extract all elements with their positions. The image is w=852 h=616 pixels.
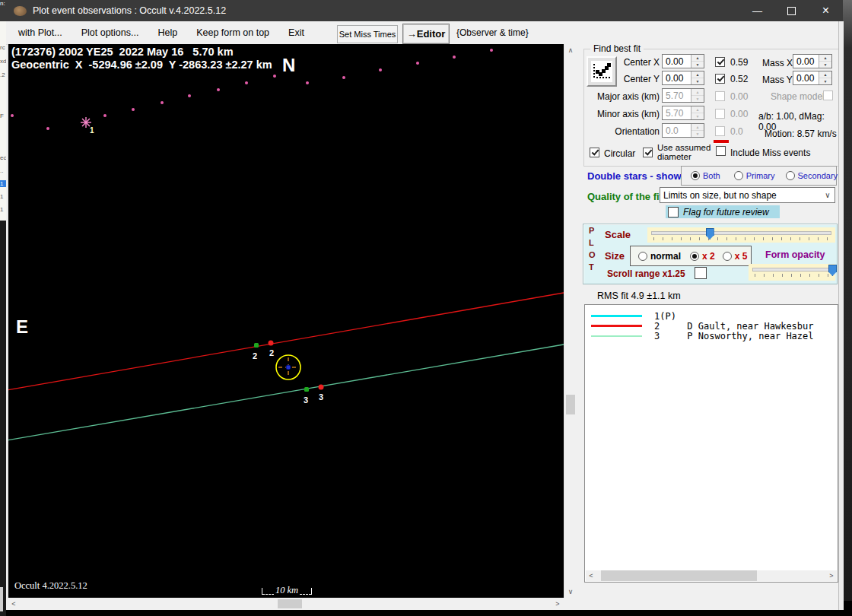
close-button[interactable]: × bbox=[809, 0, 843, 21]
star-dot bbox=[103, 114, 106, 117]
quality-of-fit-dropdown[interactable]: Limits on size, but no shape ∨ bbox=[660, 187, 835, 203]
form-opacity-label: Form opacity bbox=[765, 249, 825, 260]
use-assumed-diameter-checkbox[interactable] bbox=[643, 148, 653, 157]
fit-major-value: 0.00 bbox=[730, 91, 748, 102]
menubar: with Plot... Plot options... Help Keep f… bbox=[6, 21, 843, 45]
form-opacity-slider-thumb[interactable] bbox=[828, 265, 837, 276]
scroll-up-icon[interactable]: ∧ bbox=[564, 44, 577, 56]
spin-down-icon[interactable]: ▼ bbox=[819, 62, 831, 68]
spin-up-icon[interactable]: ▲ bbox=[691, 55, 704, 62]
double-stars-radio-group: Both Primary Secondary bbox=[681, 166, 837, 186]
scroll-left-icon[interactable]: < bbox=[586, 570, 596, 581]
radio-primary[interactable]: Primary bbox=[734, 171, 775, 180]
observer-row[interactable]: 3 P Nosworthy, near Hazel bbox=[591, 331, 838, 341]
menu-exit[interactable]: Exit bbox=[285, 27, 307, 38]
observer-row[interactable]: 1(P) bbox=[591, 311, 838, 321]
size-x2-label: x 2 bbox=[702, 251, 715, 262]
observers-list[interactable]: 1(P) 2 D Gault, near Hawkesbur 3 P Noswo… bbox=[584, 304, 838, 583]
vertical-scroll-thumb[interactable] bbox=[566, 395, 575, 414]
center-y-field[interactable]: 0.00 ▲▼ bbox=[662, 71, 704, 85]
flag-review-checkbox[interactable] bbox=[668, 207, 679, 218]
bg-fragment: ec bbox=[0, 154, 6, 161]
center-x-label: Center X bbox=[576, 57, 660, 68]
plot-canvas[interactable]: 12233 (172376) 2002 YE25 2022 May 16 5.7… bbox=[8, 44, 564, 598]
background-list-sliver: rc xd .2 F ec .. 1 1 1 bbox=[0, 21, 6, 221]
app-icon bbox=[14, 6, 27, 16]
radio-icon[interactable] bbox=[690, 252, 699, 261]
menu-with-plot[interactable]: with Plot... bbox=[15, 27, 65, 38]
plot-horizontal-scrollbar[interactable]: < > bbox=[8, 598, 564, 610]
include-miss-events-checkbox[interactable] bbox=[716, 146, 726, 156]
scroll-right-icon[interactable]: > bbox=[552, 598, 564, 610]
radio-icon[interactable] bbox=[723, 252, 732, 261]
radio-size-x5[interactable]: x 5 bbox=[723, 251, 748, 262]
list-horizontal-scrollbar[interactable]: < > bbox=[586, 570, 837, 581]
scale-bar-end bbox=[311, 588, 312, 595]
radio-secondary[interactable]: Secondary bbox=[786, 171, 838, 180]
maximize-icon bbox=[787, 7, 796, 15]
form-opacity-slider[interactable] bbox=[749, 264, 835, 281]
spin-up-icon[interactable]: ▲ bbox=[691, 71, 704, 78]
radio-size-x2[interactable]: x 2 bbox=[690, 251, 715, 262]
scale-bar-label: 10 km bbox=[275, 586, 298, 595]
minimize-button[interactable]: — bbox=[740, 0, 774, 21]
scroll-range-checkbox[interactable] bbox=[695, 267, 707, 279]
mass-x-spinner[interactable]: ▲▼ bbox=[819, 55, 831, 68]
background-title-fragment: n: bbox=[0, 0, 6, 21]
fit-x-checkbox[interactable] bbox=[715, 57, 725, 67]
chord-legend-line bbox=[591, 315, 642, 317]
fit-minor-value: 0.00 bbox=[730, 109, 748, 119]
fit-y-checkbox[interactable] bbox=[715, 74, 725, 84]
menu-keep-on-top[interactable]: Keep form on top bbox=[193, 27, 272, 38]
radio-icon[interactable] bbox=[786, 171, 795, 180]
mass-y-field[interactable]: 0.00 ▲▼ bbox=[793, 71, 832, 85]
plot-letter: O bbox=[589, 250, 596, 259]
major-axis-label: Major axis (km) bbox=[576, 91, 660, 102]
center-y-spinner[interactable]: ▲▼ bbox=[691, 71, 704, 84]
spin-down-icon[interactable]: ▼ bbox=[819, 78, 831, 84]
scale-slider[interactable] bbox=[647, 227, 835, 243]
observer-text: 1(P) bbox=[654, 311, 676, 322]
radio-both[interactable]: Both bbox=[691, 171, 720, 180]
observer-row[interactable]: 2 D Gault, near Hawkesbur bbox=[591, 321, 838, 331]
use-assumed-diameter-label: Use assumeddiameter bbox=[657, 143, 711, 161]
scroll-right-icon[interactable]: > bbox=[826, 570, 837, 581]
star-dot bbox=[11, 114, 14, 117]
spin-up-icon[interactable]: ▲ bbox=[819, 55, 831, 62]
chevron-down-icon[interactable]: ∨ bbox=[821, 191, 835, 199]
scroll-left-icon[interactable]: < bbox=[8, 598, 20, 610]
titlebar[interactable]: Plot event observations : Occult v.4.202… bbox=[6, 0, 843, 21]
scroll-down-icon[interactable]: ∨ bbox=[564, 586, 577, 598]
spin-down-icon[interactable]: ▼ bbox=[691, 78, 704, 84]
center-y-value[interactable]: 0.00 bbox=[663, 71, 691, 84]
orientation-field: 0.0 ▲▼ bbox=[662, 123, 704, 138]
bg-fragment: .2 bbox=[0, 71, 6, 78]
spin-up-icon[interactable]: ▲ bbox=[819, 71, 831, 78]
center-x-value[interactable]: 0.00 bbox=[663, 55, 691, 68]
mass-x-field[interactable]: 0.00 ▲▼ bbox=[793, 54, 832, 68]
set-miss-times-button[interactable]: Set Miss Times bbox=[337, 25, 398, 43]
maximize-button[interactable] bbox=[774, 0, 809, 21]
radio-icon[interactable] bbox=[691, 171, 700, 180]
list-scroll-thumb[interactable] bbox=[601, 570, 757, 581]
editor-button[interactable]: →Editor bbox=[402, 24, 450, 44]
plot-vertical-scrollbar[interactable]: ∧ ∨ bbox=[564, 44, 577, 598]
bg-fragment-selected: 1 bbox=[0, 180, 6, 187]
mass-y-spinner[interactable]: ▲▼ bbox=[819, 71, 831, 84]
occult-plot-window: Plot event observations : Occult v.4.202… bbox=[6, 0, 843, 610]
menu-plot-options[interactable]: Plot options... bbox=[78, 27, 142, 38]
horizontal-scroll-thumb[interactable] bbox=[278, 599, 302, 608]
menu-help[interactable]: Help bbox=[154, 27, 180, 38]
observer-text: 2 D Gault, near Hawkesbur bbox=[654, 321, 814, 332]
radio-size-normal[interactable]: normal bbox=[638, 251, 681, 262]
circular-checkbox[interactable] bbox=[590, 148, 599, 157]
radio-icon[interactable] bbox=[734, 171, 743, 180]
spin-down-icon[interactable]: ▼ bbox=[691, 62, 704, 68]
radio-icon[interactable] bbox=[638, 252, 647, 261]
plot-controls-panel: P L O T Scale Size normal x 2 x 5 Form o… bbox=[583, 224, 838, 284]
mass-y-value[interactable]: 0.00 bbox=[793, 71, 819, 84]
center-x-spinner[interactable]: ▲▼ bbox=[691, 55, 704, 68]
mass-x-value[interactable]: 0.00 bbox=[793, 55, 819, 68]
center-x-field[interactable]: 0.00 ▲▼ bbox=[662, 54, 704, 68]
scroll-range-label: Scroll range x1.25 bbox=[607, 268, 685, 279]
